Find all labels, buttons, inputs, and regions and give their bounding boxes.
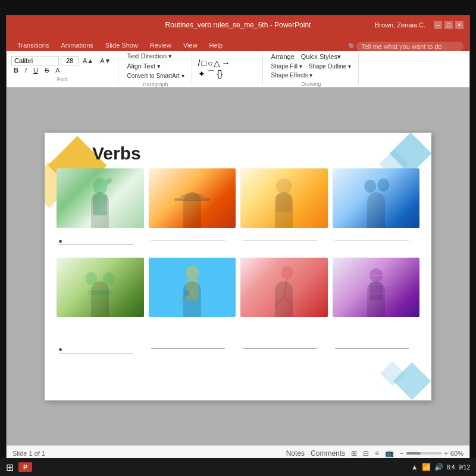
arrange-button[interactable]: Arrange: [269, 52, 297, 61]
slide-sorter-icon[interactable]: ⊟: [363, 449, 369, 458]
svg-rect-13: [186, 280, 198, 300]
zoom-slider[interactable]: [406, 452, 442, 455]
maximize-button[interactable]: □: [444, 21, 453, 29]
minimize-button[interactable]: ─: [434, 21, 442, 29]
blank-group-6: [149, 347, 236, 356]
title-bar-right: Brown, Zenaia C. ─ □ ✕: [351, 21, 464, 29]
convert-smartart-button[interactable]: Convert to SmartArt ▾: [124, 71, 186, 80]
svg-rect-3: [174, 198, 210, 201]
underline-button[interactable]: U: [31, 65, 40, 75]
strikethrough-button[interactable]: S: [42, 65, 51, 75]
line-7: [243, 348, 317, 349]
slide[interactable]: Verbs: [45, 133, 431, 400]
taskbar-left: ⊞ P: [6, 462, 32, 473]
image-running[interactable]: [240, 258, 328, 317]
blank-group-8: [333, 347, 420, 356]
decrease-font-button[interactable]: A▼: [98, 56, 113, 65]
zoom-level: 60%: [450, 450, 464, 457]
shape-star-icon[interactable]: ✦: [198, 69, 205, 80]
zoom-out-button[interactable]: −: [400, 450, 403, 457]
svg-line-18: [275, 296, 284, 308]
tell-me-input[interactable]: [356, 42, 464, 51]
clock-time: 8:4: [447, 464, 455, 471]
network-icon: ▲: [411, 463, 418, 471]
image-reading[interactable]: [57, 258, 144, 317]
shape-curve-icon[interactable]: ⌒: [207, 69, 215, 80]
drawing-row-3: Shape Effects ▾: [269, 71, 315, 80]
tab-animations[interactable]: Animations: [55, 39, 99, 51]
font-color-button[interactable]: A: [53, 65, 62, 75]
tab-transitions[interactable]: Transitions: [11, 39, 55, 51]
volume-icon: 🔊: [434, 463, 443, 471]
svg-point-12: [186, 265, 199, 280]
quick-styles-button[interactable]: Quick Styles▾: [299, 52, 343, 62]
increase-font-button[interactable]: A▲: [80, 56, 96, 65]
shape-line-icon[interactable]: /: [198, 58, 201, 68]
blank-group-7: [240, 347, 328, 356]
paragraph-group-label: Paragraph: [143, 82, 168, 87]
svg-rect-11: [88, 290, 112, 295]
title-bar: Routines_verb rules_se_me_6th - PowerPoi…: [7, 15, 469, 35]
comments-button[interactable]: Comments: [311, 449, 345, 458]
status-right: Notes Comments ⊞ ⊟ ≡ 📺 − + 60%: [286, 449, 464, 458]
align-text-button[interactable]: Align Text ▾: [124, 61, 163, 71]
powerpoint-taskbar-icon[interactable]: P: [18, 462, 32, 472]
shape-effects-button[interactable]: Shape Effects ▾: [269, 71, 315, 80]
shape-rect-icon[interactable]: □: [202, 58, 206, 68]
shape-bracket-icon[interactable]: {}: [217, 69, 223, 80]
notes-button[interactable]: Notes: [286, 449, 305, 458]
text-direction-button[interactable]: Text Direction ▾: [124, 51, 174, 61]
status-left: Slide 1 of 1: [12, 450, 45, 457]
taskbar: ⊞ P ▲ 📶 🔊 8:4 9/12: [0, 458, 476, 476]
shape-oval-icon[interactable]: ○: [208, 58, 212, 68]
drawing-row-2: Shape Fill ▾ Shape Outline ▾: [269, 62, 353, 71]
drawing-group-label: Drawing: [301, 81, 321, 87]
svg-rect-6: [276, 194, 292, 212]
italic-button[interactable]: I: [23, 65, 29, 75]
drawing-row-1: Arrange Quick Styles▾: [269, 52, 343, 62]
tab-slideshow[interactable]: Slide Show: [99, 39, 144, 51]
image-eating[interactable]: [240, 168, 328, 228]
svg-point-9: [85, 272, 97, 285]
font-size-input[interactable]: [61, 56, 79, 65]
svg-line-19: [284, 296, 293, 305]
line-4: [335, 240, 409, 240]
font-row-2: B I U S A: [11, 65, 62, 75]
tab-view[interactable]: View: [177, 39, 203, 51]
shape-triangle-icon[interactable]: △: [214, 58, 220, 68]
blank-lines-row-2: [57, 347, 419, 356]
font-name[interactable]: Calibri: [11, 56, 59, 65]
slideshow-icon[interactable]: 📺: [385, 449, 394, 458]
ribbon-paragraph-group: Text Direction ▾ Align Text ▾ Convert to…: [124, 54, 192, 84]
line-2: [151, 240, 226, 240]
image-hugging[interactable]: [333, 168, 420, 228]
window-title: Routines_verb rules_se_me_6th - PowerPoi…: [126, 21, 351, 29]
shape-outline-button[interactable]: Shape Outline ▾: [306, 62, 353, 71]
zoom-in-button[interactable]: +: [444, 450, 448, 457]
svg-point-4: [180, 193, 204, 201]
svg-rect-1: [93, 195, 107, 215]
svg-point-7: [364, 180, 376, 193]
image-grid-row2: [57, 258, 419, 317]
close-button[interactable]: ✕: [455, 21, 464, 29]
slide-area[interactable]: Verbs: [7, 87, 469, 445]
wifi-icon: 📶: [422, 463, 431, 471]
blank-group-4: [333, 239, 420, 248]
image-writing[interactable]: [333, 258, 420, 317]
start-button[interactable]: ⊞: [6, 462, 14, 473]
reading-view-icon[interactable]: ≡: [375, 449, 379, 458]
image-singing[interactable]: [149, 258, 236, 317]
normal-view-icon[interactable]: ⊞: [351, 449, 357, 458]
image-cooking[interactable]: [149, 168, 236, 228]
tab-help[interactable]: Help: [203, 39, 229, 51]
svg-rect-21: [369, 283, 383, 300]
svg-point-14: [183, 290, 189, 296]
image-drinking[interactable]: [57, 168, 144, 228]
shape-fill-button[interactable]: Shape Fill ▾: [269, 62, 305, 71]
username: Brown, Zenaia C.: [375, 21, 425, 29]
ribbon-tabs: Transitions Animations Slide Show Review…: [7, 35, 469, 51]
tab-review[interactable]: Review: [144, 39, 177, 51]
shape-arrow-icon[interactable]: →: [221, 58, 230, 68]
bold-button[interactable]: B: [11, 65, 21, 75]
line-1: [59, 245, 133, 245]
